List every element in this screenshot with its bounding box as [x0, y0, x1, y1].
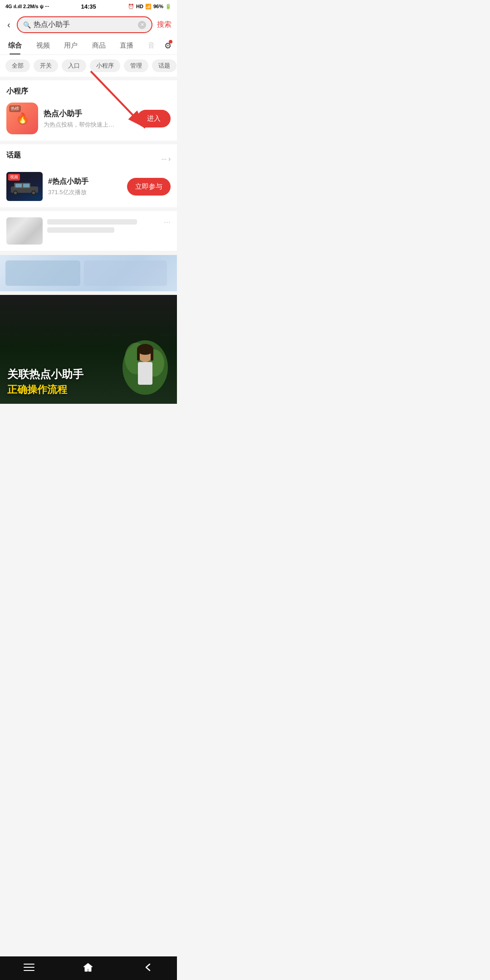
gray-line-1: [47, 219, 137, 225]
filter-tag-开关[interactable]: 开关: [34, 59, 58, 72]
filter-icon[interactable]: ⚙: [164, 41, 172, 51]
mini-icon-emoji: 🔥: [16, 113, 29, 124]
tab-用户[interactable]: 用户: [59, 37, 82, 54]
gray-line-2: [47, 227, 114, 233]
mini-program-icon: 热榜 🔥: [6, 103, 38, 134]
blurred-block-2: [84, 260, 167, 286]
mini-program-name: 热点小助手: [44, 108, 132, 119]
blurred-top: [0, 255, 177, 291]
search-input-wrap[interactable]: 🔍 热点小助手 ✕: [17, 16, 152, 33]
filter-tag-入口[interactable]: 入口: [62, 59, 86, 72]
video-title-line2: 正确操作流程: [7, 383, 67, 397]
topic-info: #热点小助手 371.5亿次播放: [48, 177, 122, 196]
svg-point-9: [32, 191, 35, 194]
mini-program-desc: 为热点投稿，帮你快速上…: [44, 121, 132, 129]
content-card-gray: ···: [0, 211, 177, 251]
status-left: 4G ıl.ıll 2.2M/s ψ ···: [5, 4, 49, 9]
topic-more-dots: ···: [162, 155, 167, 162]
search-bar: ‹ 🔍 热点小助手 ✕ 搜索: [0, 13, 177, 37]
gray-lines: [47, 219, 159, 233]
blurred-block-1: [5, 260, 80, 286]
svg-rect-4: [15, 184, 22, 187]
filter-tag-小程序[interactable]: 小程序: [90, 59, 120, 72]
video-card: 关联热点小助手 正确操作流程: [0, 295, 177, 404]
topic-header: 话题 ··· ›: [6, 151, 171, 167]
mini-icon-badge: 热榜: [9, 105, 21, 112]
topic-name: #热点小助手: [48, 177, 122, 186]
topic-plays: 371.5亿次播放: [48, 188, 122, 196]
status-time: 14:35: [81, 3, 96, 10]
battery-percent: 96%: [153, 4, 163, 9]
tab-综合[interactable]: 综合: [4, 37, 26, 54]
mini-program-section: 小程序 热榜 🔥 热点小助手 为热点投稿，帮你快速上… 进入: [0, 80, 177, 141]
svg-rect-17: [138, 362, 152, 385]
battery-icon: 🔋: [165, 4, 172, 10]
hd-label: HD: [136, 4, 143, 9]
topic-more-arrow: ›: [168, 155, 171, 162]
usb-icon: ψ: [40, 4, 44, 9]
topic-card: 视频 #热点小助手 371.5亿次播放 立即参与: [6, 172, 171, 201]
tab-商品[interactable]: 商品: [88, 37, 110, 54]
participate-button[interactable]: 立即参与: [127, 178, 171, 196]
gray-content: [47, 217, 159, 245]
svg-rect-16: [151, 349, 153, 361]
topic-section-title: 话题: [6, 151, 21, 160]
mini-program-card: 热榜 🔥 热点小助手 为热点投稿，帮你快速上… 进入: [6, 103, 171, 134]
tab-音[interactable]: 音: [143, 37, 159, 54]
filter-dot: [169, 40, 172, 44]
tabs-right: ⚙: [164, 41, 173, 51]
topic-more[interactable]: ··· ›: [162, 155, 171, 162]
content-section: ···: [0, 211, 177, 251]
topic-img-badge: 视频: [8, 174, 20, 181]
svg-rect-5: [23, 184, 29, 187]
alarm-icon: ⏰: [128, 4, 134, 10]
blurred-content-row: [0, 255, 177, 291]
topic-thumbnail: 视频: [6, 172, 43, 201]
topic-section: 话题 ··· › 视频 #热点小: [0, 144, 177, 207]
filter-tag-管理[interactable]: 管理: [124, 59, 148, 72]
dots-indicator: ···: [45, 4, 49, 9]
video-thumbnail-large: 关联热点小助手 正确操作流程: [0, 295, 177, 404]
enter-button[interactable]: 进入: [137, 110, 171, 127]
search-input[interactable]: 热点小助手: [34, 20, 138, 29]
search-icon: 🔍: [23, 21, 31, 29]
back-button[interactable]: ‹: [5, 18, 12, 32]
gray-thumbnail: [6, 217, 43, 245]
mini-program-section-title: 小程序: [6, 87, 171, 96]
video-thumb-bg: 关联热点小助手 正确操作流程: [0, 295, 177, 404]
video-title-line1: 关联热点小助手: [7, 367, 83, 381]
tab-视频[interactable]: 视频: [32, 37, 54, 54]
card-more-button[interactable]: ···: [164, 217, 171, 245]
clear-button[interactable]: ✕: [138, 21, 146, 29]
speed-indicator: 2.2M/s: [23, 4, 39, 9]
filter-tags: 全部 开关 入口 小程序 管理 话题: [0, 55, 177, 80]
status-right: ⏰ HD 📶 96% 🔋: [128, 4, 172, 10]
video-person-silhouette: [122, 331, 168, 404]
wifi-icon: 📶: [145, 4, 152, 10]
svg-point-8: [14, 191, 17, 194]
svg-rect-15: [137, 349, 140, 361]
mini-program-info: 热点小助手 为热点投稿，帮你快速上…: [44, 108, 132, 129]
filter-tag-话题[interactable]: 话题: [152, 59, 176, 72]
search-button[interactable]: 搜索: [157, 20, 172, 29]
tab-直播[interactable]: 直播: [115, 37, 138, 54]
status-bar: 4G ıl.ıll 2.2M/s ψ ··· 14:35 ⏰ HD 📶 96% …: [0, 0, 177, 13]
signal-icon: 4G ıl.ıll: [5, 4, 22, 9]
filter-tag-全部[interactable]: 全部: [5, 59, 30, 72]
tabs-container: 综合 视频 用户 商品 直播 音 ⚙: [0, 37, 177, 55]
